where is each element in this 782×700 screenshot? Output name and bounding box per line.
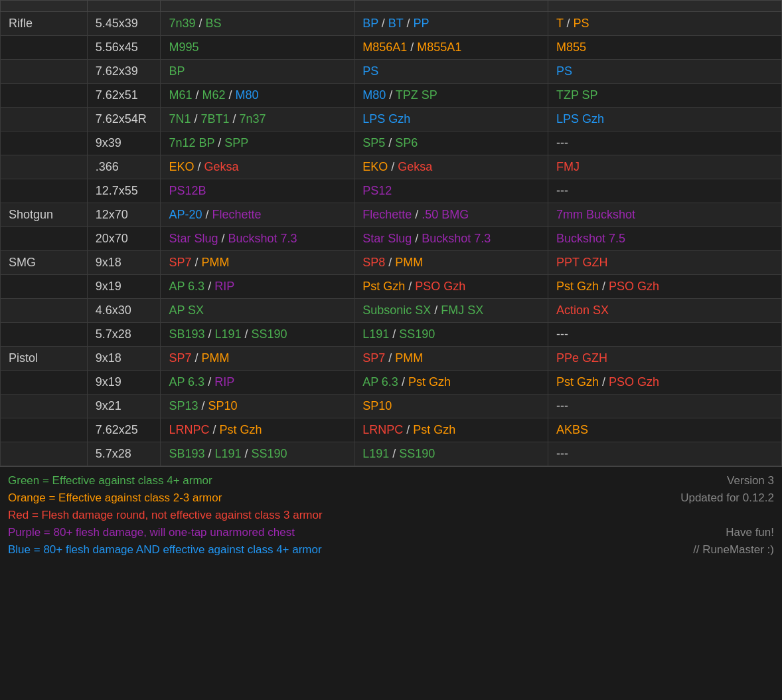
cell-category: [1, 323, 88, 347]
table-row: 5.7x28SB193 / L191 / SS190L191 / SS190--…: [1, 323, 782, 347]
cell-ammo: 7.62x51: [87, 84, 161, 108]
legend-footer: Green = Effective against class 4+ armor…: [0, 466, 782, 564]
cell-overall: M995: [161, 36, 354, 60]
cell-budget: Pst Gzh / PSO Gzh: [354, 275, 548, 299]
cell-budget: LPS Gzh: [354, 108, 548, 131]
cell-ammo: 20x70: [87, 227, 161, 251]
ammo-table: Rifle5.45x397n39 / BSBP / BT / PPT / PS5…: [0, 0, 782, 466]
cell-category: [1, 131, 88, 155]
cell-overall: BP: [161, 60, 354, 84]
table-row: .366EKO / GeksaEKO / GeksaFMJ: [1, 155, 782, 179]
cell-traders: ---: [548, 394, 781, 418]
cell-budget: BP / BT / PP: [354, 12, 548, 36]
cell-budget: EKO / Geksa: [354, 155, 548, 179]
cell-traders: M855: [548, 36, 781, 60]
cell-budget: M80 / TPZ SP: [354, 84, 548, 108]
cell-ammo: 9x18: [87, 251, 161, 275]
cell-category: [1, 418, 88, 442]
cell-category: [1, 108, 88, 131]
cell-ammo: 12.7x55: [87, 179, 161, 203]
cell-category: [1, 227, 88, 251]
cell-overall: EKO / Geksa: [161, 155, 354, 179]
cell-budget: SP10: [354, 394, 548, 418]
cell-overall: 7N1 / 7BT1 / 7n37: [161, 108, 354, 131]
table-row: Pistol9x18SP7 / PMMSP7 / PMMPPe GZH: [1, 347, 782, 371]
table-row: 9x19AP 6.3 / RIPPst Gzh / PSO GzhPst Gzh…: [1, 275, 782, 299]
legend-text: Blue = 80+ flesh damage AND effective ag…: [8, 543, 322, 557]
cell-budget: M856A1 / M855A1: [354, 36, 548, 60]
cell-category: Shotgun: [1, 203, 88, 227]
cell-budget: L191 / SS190: [354, 323, 548, 347]
legend-row: Green = Effective against class 4+ armor…: [8, 472, 774, 489]
cell-traders: PPT GZH: [548, 251, 781, 275]
cell-traders: ---: [548, 323, 781, 347]
cell-ammo: 4.6x30: [87, 299, 161, 323]
cell-overall: SB193 / L191 / SS190: [161, 442, 354, 466]
cell-traders: ---: [548, 179, 781, 203]
cell-traders: Action SX: [548, 299, 781, 323]
cell-overall: AP SX: [161, 299, 354, 323]
cell-ammo: 5.45x39: [87, 12, 161, 36]
footer-right-text: // RuneMaster :): [693, 543, 774, 557]
cell-budget: Subsonic SX / FMJ SX: [354, 299, 548, 323]
legend-row: Blue = 80+ flesh damage AND effective ag…: [8, 541, 774, 559]
cell-overall: SP7 / PMM: [161, 347, 354, 371]
header-ammo: [87, 1, 161, 12]
table-row: 9x397n12 BP / SPPSP5 / SP6---: [1, 131, 782, 155]
cell-category: [1, 179, 88, 203]
cell-traders: LPS Gzh: [548, 108, 781, 131]
cell-category: [1, 84, 88, 108]
cell-ammo: 7.62x25: [87, 418, 161, 442]
cell-ammo: 5.56x45: [87, 36, 161, 60]
table-row: Rifle5.45x397n39 / BSBP / BT / PPT / PS: [1, 12, 782, 36]
cell-traders: T / PS: [548, 12, 781, 36]
cell-category: [1, 155, 88, 179]
cell-overall: SB193 / L191 / SS190: [161, 323, 354, 347]
cell-ammo: 9x19: [87, 371, 161, 394]
table-row: 9x19AP 6.3 / RIPAP 6.3 / Pst GzhPst Gzh …: [1, 371, 782, 394]
table-row: 5.7x28SB193 / L191 / SS190L191 / SS190--…: [1, 442, 782, 466]
table-row: 7.62x54R7N1 / 7BT1 / 7n37LPS GzhLPS Gzh: [1, 108, 782, 131]
header-overall-best: [161, 1, 354, 12]
cell-budget: SP7 / PMM: [354, 347, 548, 371]
cell-overall: SP13 / SP10: [161, 394, 354, 418]
cell-ammo: 7.62x39: [87, 60, 161, 84]
cell-traders: PS: [548, 60, 781, 84]
cell-traders: Pst Gzh / PSO Gzh: [548, 371, 781, 394]
cell-budget: PS: [354, 60, 548, 84]
cell-budget: PS12: [354, 179, 548, 203]
cell-traders: FMJ: [548, 155, 781, 179]
cell-overall: SP7 / PMM: [161, 251, 354, 275]
cell-overall: 7n39 / BS: [161, 12, 354, 36]
header-best-traders: [548, 1, 781, 12]
cell-category: [1, 394, 88, 418]
footer-right-text: Version 3: [727, 474, 774, 487]
cell-budget: SP8 / PMM: [354, 251, 548, 275]
legend-text: Orange = Effective against class 2-3 arm…: [8, 491, 222, 505]
cell-ammo: 5.7x28: [87, 442, 161, 466]
cell-overall: PS12B: [161, 179, 354, 203]
cell-overall: AP 6.3 / RIP: [161, 371, 354, 394]
legend-text: Red = Flesh damage round, not effective …: [8, 509, 323, 522]
header-best-budget: [354, 1, 548, 12]
cell-traders: Pst Gzh / PSO Gzh: [548, 275, 781, 299]
table-row: SMG9x18SP7 / PMMSP8 / PMMPPT GZH: [1, 251, 782, 275]
cell-traders: TZP SP: [548, 84, 781, 108]
cell-traders: ---: [548, 442, 781, 466]
cell-traders: AKBS: [548, 418, 781, 442]
cell-overall: AP-20 / Flechette: [161, 203, 354, 227]
cell-ammo: 9x39: [87, 131, 161, 155]
cell-traders: ---: [548, 131, 781, 155]
cell-ammo: 9x18: [87, 347, 161, 371]
legend-row: Red = Flesh damage round, not effective …: [8, 507, 774, 524]
cell-ammo: 12x70: [87, 203, 161, 227]
table-row: 20x70Star Slug / Buckshot 7.3Star Slug /…: [1, 227, 782, 251]
cell-category: [1, 36, 88, 60]
table-row: 9x21SP13 / SP10SP10---: [1, 394, 782, 418]
cell-category: [1, 371, 88, 394]
cell-traders: PPe GZH: [548, 347, 781, 371]
table-row: 7.62x39BPPSPS: [1, 60, 782, 84]
cell-category: [1, 442, 88, 466]
legend-text: Purple = 80+ flesh damage, will one-tap …: [8, 526, 295, 539]
cell-category: [1, 60, 88, 84]
